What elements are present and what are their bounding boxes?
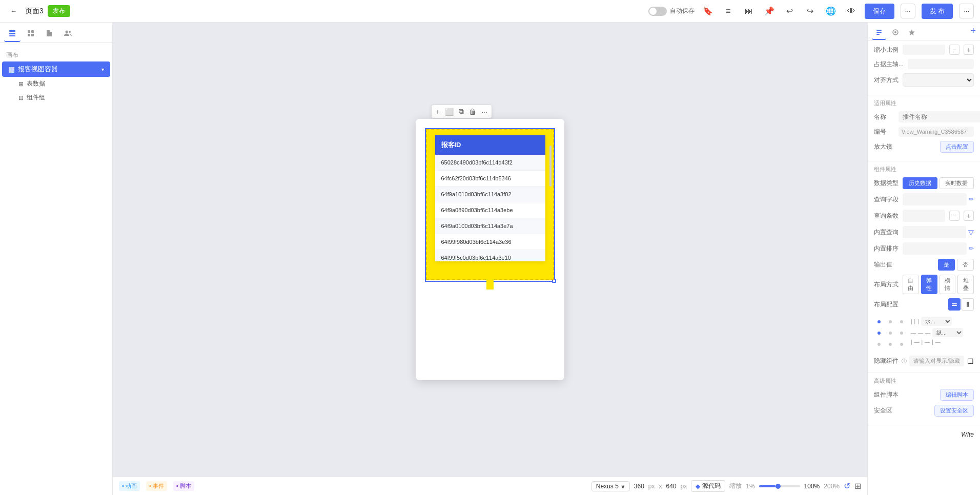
more-component-icon[interactable]: ··· — [480, 107, 488, 117]
device-name: Nexus 5 — [596, 483, 619, 490]
forward-icon[interactable]: ⏭ — [742, 4, 756, 18]
animation-tag[interactable]: • 动画 — [119, 481, 140, 491]
align-select[interactable] — [903, 73, 974, 87]
save-more-button[interactable]: ··· — [901, 4, 915, 18]
event-tag[interactable]: • 事件 — [146, 481, 167, 491]
add-component-icon[interactable]: + — [435, 107, 441, 117]
water-select[interactable]: 水... — [921, 317, 952, 326]
back-button[interactable]: ← — [6, 5, 21, 17]
scale-label: 缩放 — [729, 482, 742, 490]
layout-config-row: 布局配置 — [874, 298, 974, 311]
magnify-config-button[interactable]: 点击配置 — [940, 141, 974, 153]
yellow-container[interactable]: 报客ID 65028c490d03bf6c114d43f2 64fc62f20d… — [426, 129, 554, 280]
sidebar-tab-components[interactable] — [23, 26, 39, 42]
zoom-bar-fill — [759, 485, 775, 487]
align-bc[interactable] — [885, 339, 895, 349]
layout-grid-horizontal[interactable] — [948, 298, 961, 311]
bookmark-icon[interactable]: 🔖 — [701, 4, 715, 18]
query-count-minus[interactable]: − — [949, 211, 959, 221]
layout-stack[interactable]: 堆叠 — [957, 275, 974, 294]
sidebar-item-label-container: 报客视图容器 — [18, 65, 58, 74]
quick-publish-button[interactable]: 发布 — [48, 5, 70, 17]
align-row: 对齐方式 — [874, 73, 974, 87]
layout-elastic[interactable]: 弹性 — [921, 275, 937, 294]
publish-button[interactable]: 发 布 — [922, 4, 953, 19]
pin-icon[interactable]: 📌 — [762, 4, 777, 18]
layout-config-label: 布局配置 — [874, 300, 899, 309]
script-tag[interactable]: • 脚本 — [173, 481, 194, 491]
sidebar-item-container[interactable]: ▦ 报客视图容器 ▾ — [2, 61, 110, 77]
name-input[interactable] — [899, 111, 980, 122]
align-tl[interactable] — [874, 317, 884, 327]
publish-more-button[interactable]: ··· — [959, 4, 974, 18]
builtin-query-input-group: ▽ — [903, 226, 974, 238]
right-tab-add[interactable]: + — [970, 26, 976, 40]
data-type-historical[interactable]: 历史数据 — [903, 177, 937, 189]
align-tr[interactable] — [896, 317, 907, 327]
edit-script-button[interactable]: 编辑脚本 — [940, 389, 974, 401]
scale-row: 缩小比例 − + — [874, 45, 974, 55]
reset-zoom-button[interactable]: ↺ — [844, 481, 850, 491]
source-code-button[interactable]: ◆ 源代码 — [691, 480, 725, 492]
zoom-thumb[interactable] — [775, 484, 781, 489]
sidebar-tab-team[interactable] — [59, 26, 76, 42]
builtin-query-dropdown-icon[interactable]: ▽ — [968, 228, 974, 236]
svg-rect-4 — [31, 30, 34, 33]
condition-button[interactable]: 请输入对显示/隐藏 — [909, 356, 964, 366]
name-row: 名称 — [874, 111, 974, 122]
builtin-sort-input-group: ✏ — [903, 242, 974, 255]
layers-icon[interactable]: ≡ — [721, 4, 736, 18]
align-dropdowns: | | | 水... — — — 纵... — [911, 317, 963, 349]
table-row-partial: 64f99f5c0d03bf6c114a3e10 — [435, 250, 545, 261]
align-mr[interactable] — [896, 328, 907, 338]
builtin-sort-edit-icon[interactable]: ✏ — [969, 245, 974, 252]
safety-button[interactable]: 设置安全区 — [934, 405, 974, 417]
align-mc[interactable] — [885, 328, 895, 338]
output-no[interactable]: 否 — [957, 259, 974, 271]
scale-minus[interactable]: − — [949, 45, 959, 55]
layout-grid-vertical[interactable] — [962, 298, 974, 311]
align-br[interactable] — [896, 339, 907, 349]
col-separator-3: | — [917, 319, 919, 324]
query-field-edit-icon[interactable]: ✏ — [969, 196, 974, 203]
sidebar-child-group[interactable]: ⊟ 组件组 — [12, 91, 112, 105]
vertical-select[interactable]: 纵... — [932, 328, 963, 337]
zoom-bar-container[interactable] — [759, 485, 800, 487]
auto-save-switch[interactable] — [648, 7, 667, 16]
sidebar-tab-pages[interactable] — [41, 26, 57, 42]
query-field-row: 查询字段 ✏ — [874, 193, 974, 205]
output-buttons: 是 否 — [938, 259, 974, 271]
device-selector[interactable]: Nexus 5 ∨ — [591, 481, 630, 491]
height-label: 640 — [666, 483, 677, 490]
output-yes[interactable]: 是 — [938, 259, 955, 271]
align-bl[interactable] — [874, 339, 884, 349]
svg-rect-6 — [31, 34, 34, 36]
layout-free[interactable]: 自由 — [903, 275, 919, 294]
globe-icon[interactable]: 🌐 — [824, 4, 838, 18]
save-button[interactable]: 保存 — [865, 4, 894, 19]
hide-toggle-icon[interactable]: ☐ — [967, 357, 974, 365]
copy-component-icon[interactable]: ⧉ — [458, 106, 465, 117]
right-tab-style[interactable] — [888, 26, 903, 40]
align-tc[interactable] — [885, 317, 895, 327]
preview-icon[interactable]: 👁 — [844, 4, 859, 18]
table-row: 64fc62f20d03bf6c114b5346 — [435, 171, 545, 187]
undo-icon[interactable]: ↩ — [783, 4, 797, 18]
layout-wrap[interactable]: 横情 — [940, 275, 956, 294]
svg-rect-16 — [952, 305, 957, 306]
align-ml[interactable] — [874, 328, 884, 338]
auto-save-toggle[interactable]: 自动保存 — [648, 7, 695, 16]
delete-component-icon[interactable]: 🗑 — [468, 107, 477, 117]
query-count-plus[interactable]: + — [964, 211, 974, 221]
frame-component-icon[interactable]: ⬜ — [444, 107, 455, 117]
scale-plus[interactable]: + — [964, 45, 974, 55]
sidebar-child-table[interactable]: ⊞ 表数据 — [12, 77, 112, 91]
right-tab-star[interactable] — [905, 26, 919, 40]
redo-icon[interactable]: ↪ — [803, 4, 818, 18]
grid-button[interactable]: ⊞ — [854, 481, 861, 491]
right-tab-props[interactable] — [872, 26, 886, 40]
zoom-100-label: 100% — [804, 483, 820, 490]
sidebar-tab-layers[interactable] — [4, 26, 21, 42]
canvas-container[interactable]: + ⬜ ⧉ 🗑 ··· — [113, 23, 867, 477]
data-type-realtime[interactable]: 实时数据 — [940, 177, 974, 189]
